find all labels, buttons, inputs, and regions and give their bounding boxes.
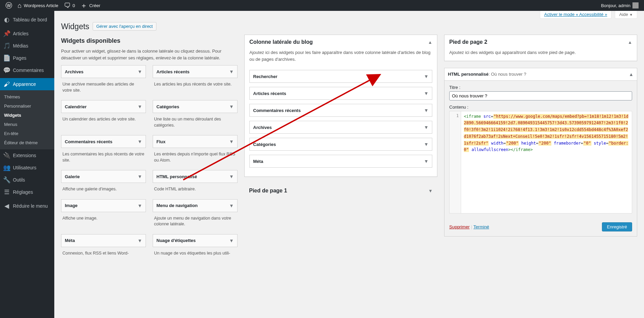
widget-description: Une archive mensuelle des articles de vo…	[61, 78, 146, 99]
delete-link[interactable]: Supprimer	[449, 224, 470, 229]
zone-blog-sidebar-toggle[interactable]: Colonne latérale du blog ▲	[245, 35, 437, 49]
available-widget-handle[interactable]: Articles récents▼	[153, 65, 238, 78]
available-widget-handle[interactable]: Catégories▼	[153, 100, 238, 113]
widget-title: Catégories	[253, 142, 276, 147]
submenu-header[interactable]: En-tête	[0, 129, 54, 138]
widget-header-toggle[interactable]: HTML personnalisé: Où nous trouver ? ▲	[444, 68, 637, 81]
menu-comments[interactable]: 💬Commentaires	[0, 64, 54, 76]
available-widget-handle[interactable]: Image▼	[61, 199, 146, 212]
available-widget-handle[interactable]: Méta▼	[61, 234, 146, 247]
save-button[interactable]: Enregistré	[602, 222, 632, 231]
submenu-theme-editor[interactable]: Éditeur de thème	[0, 138, 54, 147]
chevron-up-icon: ▲	[428, 40, 432, 45]
content-label: Contenu :	[449, 105, 632, 110]
users-icon: 👥	[3, 164, 10, 171]
placed-widget[interactable]: Commentaires récents▼	[249, 104, 432, 117]
menu-settings[interactable]: ☰Réglages	[0, 186, 54, 198]
menu-appearance[interactable]: 🖌Apparence	[0, 78, 54, 90]
available-widget-handle[interactable]: Galerie▼	[61, 170, 146, 183]
available-widget: Calendrier▼Un calendrier des articles de…	[61, 100, 146, 134]
site-name-link[interactable]: ⌂Wordpress Article	[15, 0, 61, 11]
comment-count: 0	[73, 3, 75, 8]
submenu-widgets[interactable]: Widgets	[0, 111, 54, 120]
comments-icon: 💬	[3, 67, 10, 74]
placed-widget[interactable]: Rechercher▼	[249, 70, 432, 83]
chevron-down-icon: ▼	[424, 158, 429, 164]
menu-media[interactable]: 🎵Médias	[0, 40, 54, 52]
new-content-link[interactable]: ＋Créer	[78, 0, 103, 11]
widget-description: Les commentaires les plus récents de vot…	[61, 148, 146, 169]
zone-footer-1-toggle[interactable]: Pied de page 1 ▼	[244, 184, 437, 198]
account-link[interactable]: Bonjour, admin	[598, 0, 641, 11]
comment-icon: 🗨	[64, 2, 71, 10]
site-name-label: Wordpress Article	[24, 3, 58, 8]
available-widget-handle[interactable]: Flux▼	[153, 135, 238, 148]
available-widget: Galerie▼Affiche une galerie d'images.	[61, 170, 146, 198]
chevron-down-icon: ▼	[424, 142, 429, 147]
widget-title: Nuage d'étiquettes	[156, 238, 196, 243]
chevron-down-icon: ▼	[137, 104, 142, 109]
menu-users[interactable]: 👥Utilisateurs	[0, 162, 54, 174]
help-tab[interactable]: Aide▼	[615, 11, 637, 19]
placed-widget[interactable]: Catégories▼	[249, 138, 432, 151]
submenu-menus[interactable]: Menus	[0, 120, 54, 129]
submenu-customize[interactable]: Personnaliser	[0, 101, 54, 111]
widget-custom-html-open: HTML personnalisé: Où nous trouver ? ▲ T…	[444, 68, 637, 237]
available-description: Pour activer un widget, glissez-le dans …	[61, 48, 238, 61]
widget-subtitle: Où nous trouver ?	[491, 72, 526, 77]
menu-plugins[interactable]: 🔌Extensions	[0, 149, 54, 162]
comments-link[interactable]: 🗨0	[61, 0, 78, 11]
content-area: Activer le mode « Accessibilité » Aide▼ …	[54, 11, 644, 277]
widget-title: Archives	[65, 69, 83, 74]
available-widget: Flux▼Les entrées depuis n'importe quel f…	[153, 135, 238, 169]
menu-collapse[interactable]: ◀Réduire le menu	[0, 200, 54, 212]
wp-logo[interactable]: ⓦ	[3, 0, 15, 11]
code-area[interactable]: <iframe src="https://www.google.com/maps…	[461, 111, 632, 213]
chevron-up-icon: ▲	[628, 40, 632, 45]
menu-posts[interactable]: 📌Articles	[0, 27, 54, 40]
widget-title: Commentaires récents	[253, 108, 301, 113]
available-widget: Méta▼Connexion, flux RSS et liens Word-	[61, 234, 146, 262]
done-link[interactable]: Terminé	[473, 224, 489, 229]
available-widget-handle[interactable]: Menu de navigation▼	[153, 199, 238, 212]
widget-title: Catégories	[156, 104, 179, 109]
widget-description: Une liste ou un menu déroulant des catég…	[153, 113, 238, 134]
title-label: Titre :	[449, 85, 632, 90]
accessibility-mode-link[interactable]: Activer le mode « Accessibilité »	[540, 11, 612, 19]
available-widget: Commentaires récents▼Les commentaires le…	[61, 135, 146, 169]
menu-dashboard[interactable]: ◐Tableau de bord	[0, 14, 54, 26]
admin-bar: ⓦ ⌂Wordpress Article 🗨0 ＋Créer Bonjour, …	[0, 0, 644, 11]
live-preview-button[interactable]: Gérer avec l'aperçu en direct	[93, 22, 157, 31]
pages-icon: 📄	[3, 55, 10, 61]
widget-title: HTML personnalisé	[156, 174, 197, 179]
placed-widget[interactable]: Méta▼	[249, 155, 432, 168]
widget-title: Calendrier	[65, 104, 87, 109]
chevron-down-icon: ▼	[137, 203, 142, 208]
available-widget: Image▼Affiche une image.	[61, 199, 146, 233]
available-widget-handle[interactable]: HTML personnalisé▼	[153, 170, 238, 183]
html-code-editor[interactable]: 1 <iframe src="https://www.google.com/ma…	[449, 111, 632, 213]
widget-title: Articles récents	[156, 69, 190, 74]
chevron-down-icon: ▼	[424, 125, 429, 130]
zone-footer-2-toggle[interactable]: Pied de page 2 ▲	[444, 35, 637, 49]
available-widget: HTML personnalisé▼Code HTML arbitraire.	[153, 170, 238, 198]
available-widget-handle[interactable]: Commentaires récents▼	[61, 135, 146, 148]
available-widget: Archives▼Une archive mensuelle des artic…	[61, 65, 146, 99]
widget-title: Articles récents	[253, 91, 286, 96]
chevron-down-icon: ▼	[428, 188, 433, 193]
available-widget-handle[interactable]: Archives▼	[61, 65, 146, 78]
available-widget-handle[interactable]: Nuage d'étiquettes▼	[153, 234, 238, 247]
zone-footer-2: Pied de page 2 ▲ Ajoutez ici des widgets…	[444, 35, 637, 61]
menu-tools[interactable]: 🔧Outils	[0, 174, 54, 186]
zone-blog-sidebar: Colonne latérale du blog ▲ Ajoutez ici d…	[244, 35, 437, 177]
widget-description: Ajoute un menu de navigation dans votre …	[153, 212, 238, 233]
widget-title: Galerie	[65, 174, 80, 179]
title-input[interactable]	[449, 91, 632, 100]
widget-description: Affiche une image.	[61, 212, 146, 227]
available-widget-handle[interactable]: Calendrier▼	[61, 100, 146, 113]
placed-widget[interactable]: Archives▼	[249, 121, 432, 134]
menu-pages[interactable]: 📄Pages	[0, 52, 54, 64]
placed-widget[interactable]: Articles récents▼	[249, 87, 432, 100]
submenu-themes[interactable]: Thèmes	[0, 92, 54, 101]
dashboard-icon: ◐	[3, 16, 10, 23]
